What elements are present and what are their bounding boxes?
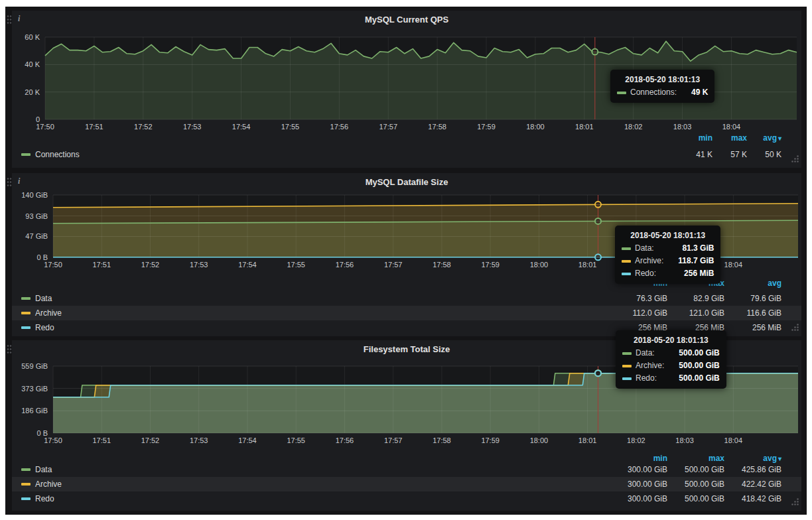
x-axis-label: 17:58 [428,123,446,131]
legend-avg-value: 422.42 GiB [724,480,781,489]
legend-min-value: 300.00 GiB [610,465,667,474]
legend-min-value: 112.0 GiB [610,308,667,318]
legend-max-value: 82.9 GiB [667,294,724,303]
legend-max-value: 57 K [712,150,747,159]
series-dash-icon [21,326,31,329]
legend-avg-value: 50 K [747,150,781,159]
x-axis-label: 17:53 [190,261,208,269]
legend-max-value: 500.00 GiB [667,480,724,489]
legend-row-data: Data 76.3 GiB 82.9 GiB 79.6 GiB [12,291,801,306]
tooltip-row: Redo: 256 MiB [622,267,714,280]
datafile-tooltip: 2018-05-20 18:01:13 Data: 81.3 GiB Archi… [615,226,720,284]
series-dash-icon [21,312,31,314]
x-axis-label: 17:52 [134,123,153,131]
qps-tooltip: 2018-05-20 18:01:13 Connections: 49 K [610,70,714,103]
x-axis-label: 17:59 [477,123,496,131]
x-axis-label: 17:57 [384,261,403,269]
x-axis-label: 18:03 [673,123,692,131]
tooltip-value: 118.7 GiB [667,255,714,267]
panel-drag-handle-icon[interactable] [7,177,12,190]
tooltip-series-label: Data: [636,347,655,359]
series-dash-icon [622,365,632,367]
legend-header-min[interactable]: min [610,454,667,463]
legend-series-redo[interactable]: Redo [21,323,610,332]
panel-drag-handle-icon[interactable] [7,15,12,27]
panel-drag-handle-icon[interactable] [7,344,12,357]
y-axis-label: 186 GiB [21,407,48,415]
x-axis-label: 17:51 [85,123,103,131]
series-dash-icon [622,377,632,380]
x-axis-label: 17:58 [433,436,451,444]
legend-series-archive[interactable]: Archive [21,308,610,318]
x-axis-label: 17:56 [330,123,349,131]
x-axis-label: 17:54 [238,436,257,444]
series-dash-icon [21,153,31,156]
x-axis-label: 17:53 [183,123,202,131]
legend-min-value: 41 K [678,150,712,159]
x-axis-label: 18:04 [724,261,743,269]
legend-header-avg[interactable]: avg▾ [747,133,781,143]
x-axis-label: 18:02 [627,436,645,444]
legend-series-redo[interactable]: Redo [21,494,610,503]
panel-title[interactable]: MySQL Datafile Size [12,177,801,187]
tooltip-timestamp: 2018-05-20 18:01:13 [622,229,714,242]
x-axis-label: 17:59 [481,436,500,444]
legend-series-archive[interactable]: Archive [21,480,610,489]
x-axis-label: 17:55 [281,123,300,131]
x-axis-label: 18:01 [578,261,597,269]
x-axis-label: 17:56 [336,436,354,444]
series-dash-icon [622,247,631,250]
x-axis-label: 17:51 [92,436,111,444]
tooltip-series-label: Archive: [636,359,664,372]
y-axis-label: 20 K [25,88,40,96]
series-dash-icon [21,468,31,471]
y-axis-label: 373 GiB [21,385,48,393]
panel-resize-grip-icon[interactable] [791,154,799,166]
panel-resize-grip-icon[interactable] [791,497,799,509]
legend-header-max[interactable]: max [667,454,724,463]
panel-resize-grip-icon[interactable] [791,322,799,334]
legend-series-data[interactable]: Data [21,294,610,303]
crosshair-marker-icon [595,370,601,376]
x-axis-label: 18:01 [575,123,594,131]
legend-series-label: Connections [35,150,80,159]
legend-avg-value: 79.6 GiB [724,294,781,303]
x-axis-label: 17:55 [287,436,305,444]
tooltip-row: Connections: 49 K [617,86,708,99]
legend-header-max[interactable]: max [712,133,747,143]
legend-min-value: 76.3 GiB [610,294,667,303]
x-axis-label: 17:50 [44,261,62,269]
panel-title[interactable]: MySQL Current QPS [12,15,801,25]
caret-down-icon: ▾ [778,135,781,142]
legend-header-row: min max avg▾ [12,453,801,463]
legend-series-label: Redo [35,323,54,332]
series-dash-icon [21,497,31,500]
tooltip-value: 81.3 GiB [671,242,714,255]
y-axis-label: 93 GiB [25,212,48,220]
legend-min-value: 300.00 GiB [610,480,667,489]
x-axis-label: 18:02 [624,123,643,131]
tooltip-series-label: Connections: [630,86,677,99]
legend-header-avg[interactable]: avg▾ [724,454,781,463]
legend-series-connections[interactable]: Connections [21,150,678,159]
x-axis-label: 18:00 [530,261,549,269]
x-axis-label: 17:50 [44,436,62,444]
legend-row-data: Data 300.00 GiB 500.00 GiB 425.86 GiB [12,462,801,477]
legend-header-avg[interactable]: avg [724,279,781,288]
legend-avg-value: 256 MiB [724,323,781,332]
legend-row-archive: Archive 112.0 GiB 121.0 GiB 116.6 GiB [12,306,801,320]
series-dash-icon [622,273,631,275]
series-dash-icon [21,297,31,300]
grafana-dashboard-page: { "colors": { "crosshair": "#a83c38", "l… [0,0,812,520]
x-axis-label: 17:54 [238,261,257,269]
x-axis-label: 17:55 [287,261,305,269]
legend-avg-value: 425.86 GiB [724,465,781,474]
legend-series-label: Archive [35,308,62,318]
tooltip-value: 500.00 GiB [668,347,719,359]
legend-header-min[interactable]: min [678,133,712,143]
y-axis-label: 559 GiB [21,362,48,370]
legend-series-data[interactable]: Data [21,465,610,474]
legend-min-value: 300.00 GiB [610,494,667,503]
tooltip-row: Archive: 118.7 GiB [622,255,714,267]
caret-down-icon: ▾ [778,455,781,462]
